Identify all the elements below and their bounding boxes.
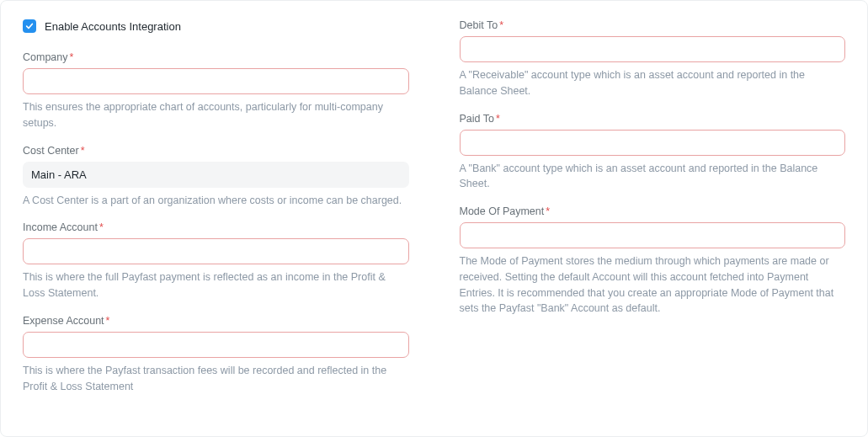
enable-accounts-row: Enable Accounts Integration [23,19,409,33]
required-mark: * [546,205,550,217]
paid-to-field: Paid To* A "Bank" account type which is … [460,113,846,193]
company-label: Company* [23,51,409,63]
mode-of-payment-help: The Mode of Payment stores the medium th… [460,253,846,317]
income-account-help: This is where the full Payfast payment i… [23,269,409,301]
company-field: Company* This ensures the appropriate ch… [23,51,409,131]
income-account-field: Income Account* This is where the full P… [23,221,409,301]
paid-to-label: Paid To* [460,113,846,125]
debit-to-input[interactable] [460,36,846,62]
enable-accounts-checkbox[interactable] [23,19,36,33]
income-account-input[interactable] [23,238,409,264]
accounts-integration-panel: Enable Accounts Integration Company* Thi… [0,0,868,437]
required-mark: * [499,19,503,31]
debit-to-field: Debit To* A "Receivable" account type wh… [460,19,846,99]
required-mark: * [106,315,110,327]
expense-account-label: Expense Account* [23,315,409,327]
cost-center-field: Cost Center* A Cost Center is a part of … [23,145,409,209]
mode-of-payment-field: Mode Of Payment* The Mode of Payment sto… [460,205,846,317]
debit-to-help: A "Receivable" account type which is an … [460,67,846,99]
cost-center-input[interactable] [23,162,409,188]
required-mark: * [70,51,74,63]
right-column: Debit To* A "Receivable" account type wh… [460,19,846,419]
income-account-label: Income Account* [23,221,409,233]
check-icon [25,22,34,30]
enable-accounts-label: Enable Accounts Integration [45,20,181,33]
left-column: Enable Accounts Integration Company* Thi… [23,19,409,419]
expense-account-field: Expense Account* This is where the Payfa… [23,315,409,395]
mode-of-payment-label: Mode Of Payment* [460,205,846,217]
company-input[interactable] [23,68,409,94]
paid-to-help: A "Bank" account type which is an asset … [460,161,846,193]
mode-of-payment-input[interactable] [460,222,846,248]
required-mark: * [99,221,104,233]
expense-account-input[interactable] [23,332,409,358]
cost-center-label: Cost Center* [23,145,409,157]
company-help: This ensures the appropriate chart of ac… [23,99,409,131]
required-mark: * [496,113,500,125]
paid-to-input[interactable] [460,130,846,156]
debit-to-label: Debit To* [460,19,846,31]
required-mark: * [81,145,85,157]
cost-center-help: A Cost Center is a part of an organizati… [23,193,409,209]
expense-account-help: This is where the Payfast transaction fe… [23,363,409,395]
